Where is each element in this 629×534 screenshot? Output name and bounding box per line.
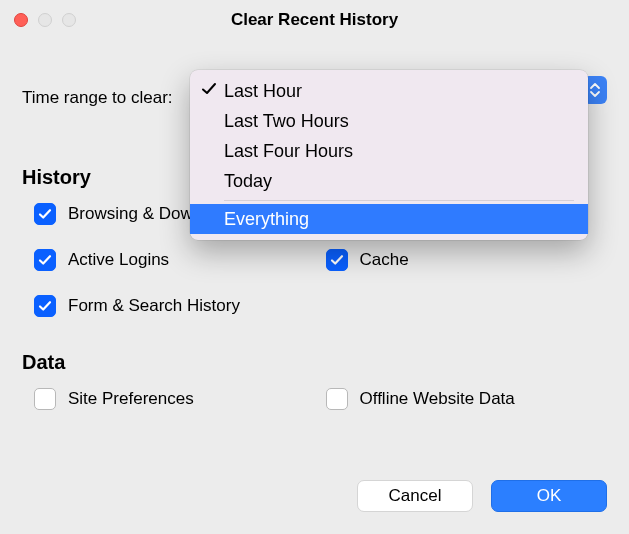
ok-button[interactable]: OK [491,480,607,512]
checkbox-label-cache: Cache [360,250,409,270]
checkbox-label-active-logins: Active Logins [68,250,169,270]
checkmark-icon [38,299,52,313]
window-zoom-button[interactable] [62,13,76,27]
checkmark-icon [38,253,52,267]
window-close-button[interactable] [14,13,28,27]
dropdown-option-today[interactable]: Today [194,166,584,196]
window-title: Clear Recent History [0,10,629,30]
dropdown-option-label: Last Four Hours [224,141,353,162]
dropdown-option-last-four-hours[interactable]: Last Four Hours [194,136,584,166]
checkbox-label-offline-data: Offline Website Data [360,389,515,409]
dropdown-option-label: Last Two Hours [224,111,349,132]
titlebar: Clear Recent History [0,0,629,40]
checkmark-icon [330,253,344,267]
checkbox-active-logins[interactable] [34,249,56,271]
dropdown-option-last-two-hours[interactable]: Last Two Hours [194,106,584,136]
checkbox-form-search[interactable] [34,295,56,317]
checkbox-label-site-prefs: Site Preferences [68,389,194,409]
checkbox-label-form-search: Form & Search History [68,296,240,316]
cancel-button[interactable]: Cancel [357,480,473,512]
checkbox-offline-data[interactable] [326,388,348,410]
checkbox-row-offline-data[interactable]: Offline Website Data [326,388,608,410]
checkbox-row-form-search[interactable]: Form & Search History [34,295,316,317]
traffic-lights [0,13,76,27]
checkmark-icon [200,80,220,100]
checkbox-browsing[interactable] [34,203,56,225]
checkbox-row-active-logins[interactable]: Active Logins [34,249,316,271]
dropdown-option-everything[interactable]: Everything [190,204,588,234]
checkbox-row-cache[interactable]: Cache [326,249,608,271]
checkbox-site-prefs[interactable] [34,388,56,410]
dropdown-option-label: Today [224,171,272,192]
checkmark-icon [38,207,52,221]
dropdown-option-label: Everything [224,209,309,230]
time-range-dropdown[interactable]: Last Hour Last Two Hours Last Four Hours… [190,70,588,240]
checkbox-cache[interactable] [326,249,348,271]
dropdown-option-last-hour[interactable]: Last Hour [194,76,584,106]
time-range-label: Time range to clear: [22,88,173,108]
window-minimize-button[interactable] [38,13,52,27]
dropdown-separator [224,200,574,201]
chevron-up-down-icon [589,82,601,98]
data-heading: Data [22,351,607,374]
checkbox-row-site-prefs[interactable]: Site Preferences [34,388,316,410]
dropdown-option-label: Last Hour [224,81,302,102]
